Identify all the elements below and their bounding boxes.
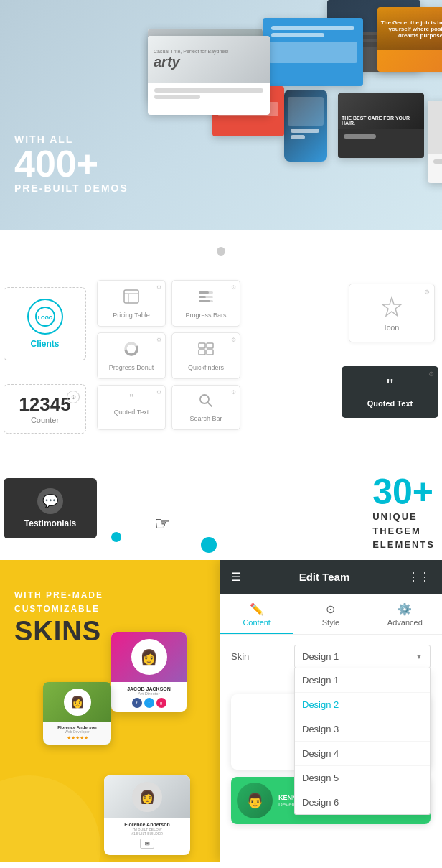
dropdown-menu: Design 1 Design 2 Design 3 Design 4 Desi… <box>294 668 431 815</box>
svg-rect-15 <box>199 350 205 355</box>
tab-content[interactable]: ✏️ Content <box>220 594 293 634</box>
progress-bars-elem: ⚙ Progress Bars <box>171 280 240 327</box>
elements-number: 30+ <box>372 474 435 510</box>
quoted-text-grid-label: Quoted Text <box>103 409 159 416</box>
dropdown-item-design3[interactable]: Design 3 <box>295 717 430 742</box>
dropdown-current-value: Design 1 <box>302 651 339 662</box>
screenshot-hair: THE BEST CARE FOR YOUR HAIR. <box>338 93 424 158</box>
tab-advanced[interactable]: ⚙️ Advanced <box>368 594 442 634</box>
demos-number: 400+ <box>14 145 128 182</box>
style-tab-icon: ⊙ <box>299 602 362 616</box>
progress-bars-label: Progress Bars <box>178 312 234 319</box>
corner-icon-quoted: ⚙ <box>428 370 434 378</box>
team-avatar-pink: 👩 <box>111 632 187 682</box>
quoted-text-grid-elem: ⚙ " Quoted Text <box>97 385 166 430</box>
dropdown-item-design2[interactable]: Design 2 <box>295 693 430 717</box>
panel-menu-icon[interactable]: ☰ <box>231 570 241 584</box>
style-tab-label: Style <box>322 618 339 627</box>
elements-middle-grid: ⚙ Pricing Table ⚙ Progress Bars ⚙ Progre… <box>97 280 240 430</box>
search-bar-icon <box>178 393 234 412</box>
cursor-hand-icon: ☞ <box>154 513 171 535</box>
svg-rect-10 <box>199 300 210 302</box>
kenneth-avatar: 👨 <box>237 783 273 818</box>
icon-card: ⚙ Icon <box>349 284 435 342</box>
demos-text-block: WITH ALL 400+ PRE-BUILT DEMOS <box>14 134 128 194</box>
screenshot-blue <box>263 18 363 86</box>
quickfinders-elem: ⚙ Quickfinders <box>171 332 240 379</box>
panel-header: ☰ Edit Team ⋮⋮ <box>220 560 442 594</box>
quoted-quote-mark: " <box>352 376 428 396</box>
pricing-table-elem: ⚙ Pricing Table <box>97 280 166 327</box>
decorative-dot-gray <box>217 247 225 256</box>
quickfinders-icon <box>178 340 234 361</box>
svg-rect-8 <box>199 296 206 298</box>
skins-title: SKINS <box>14 616 103 647</box>
screenshot-arty: Casual Trite, Perfect for Baydnes! arty <box>148 36 270 115</box>
advanced-tab-label: Advanced <box>387 618 423 627</box>
corner-settings-icon: ⚙ <box>156 284 161 291</box>
panel-grid-icon[interactable]: ⋮⋮ <box>408 570 431 584</box>
corner-settings-icon2: ⚙ <box>231 284 236 291</box>
team-avatar-green: 👩 <box>43 682 111 722</box>
dropdown-button[interactable]: Design 1 ▼ <box>294 645 431 668</box>
screenshot-product: 🧴 <box>428 101 442 183</box>
gap-section <box>0 230 442 273</box>
dropdown-arrow-icon: ▼ <box>415 653 423 661</box>
search-bar-elem: ⚙ Search Bar <box>171 385 240 430</box>
corner-settings-icon5: ⚙ <box>156 389 161 396</box>
screenshot-grid: The Gene: the job is bringing yourself w… <box>141 0 442 201</box>
counter-card: ⚙ 12345 Counter <box>4 384 86 434</box>
pricing-table-label: Pricing Table <box>103 312 159 319</box>
svg-text:LOGO: LOGO <box>37 315 52 320</box>
skin-dropdown[interactable]: Design 1 ▼ Design 1 Design 2 Design 3 De… <box>294 645 431 668</box>
corner-settings-icon6: ⚙ <box>231 389 236 396</box>
icon-card-label: Icon <box>359 323 424 332</box>
dropdown-item-design1[interactable]: Design 1 <box>295 668 430 693</box>
team-avatar-white: 👩 <box>104 775 190 818</box>
corner-icon-right: ⚙ <box>424 289 430 296</box>
screenshot-phone <box>284 90 327 162</box>
testimonials-icon: 💬 <box>37 488 63 514</box>
elements-count-block: 30+ UNIQUE THEGEM ELEMENTS <box>372 474 435 552</box>
team-card-green: 👩 Florence Anderson Web Developer ★★★★★ <box>43 682 111 745</box>
progress-donut-icon <box>103 340 159 361</box>
clients-label: Clients <box>11 339 78 349</box>
clients-card: LOGO Clients <box>4 287 86 360</box>
clients-logo: LOGO <box>27 299 63 335</box>
skins-section: WITH PRE-MADECUSTOMIZABLE SKINS 👩 JACOB … <box>0 560 442 862</box>
counter-label: Counter <box>11 416 78 424</box>
testimonials-card: 💬 Testimonials <box>4 478 97 538</box>
quoted-text-label: Quoted Text <box>352 399 428 408</box>
svg-rect-16 <box>207 350 213 355</box>
dot-blue-left <box>111 532 121 542</box>
team-card-pink: 👩 JACOB JACKSON Art Director f t g <box>111 632 187 712</box>
pre-built-label: PRE-BUILT DEMOS <box>14 182 128 194</box>
dropdown-item-design6[interactable]: Design 6 <box>295 790 430 814</box>
testimonials-label: Testimonials <box>12 518 88 528</box>
tab-style[interactable]: ⊙ Style <box>293 594 367 634</box>
counter-settings-icon: ⚙ <box>67 391 80 403</box>
svg-rect-14 <box>207 343 213 348</box>
yellow-blob <box>0 775 100 862</box>
dropdown-item-design4[interactable]: Design 4 <box>295 742 430 766</box>
skins-text-block: WITH PRE-MADECUSTOMIZABLE SKINS <box>14 589 103 647</box>
icon-star <box>359 294 424 323</box>
corner-settings-icon3: ⚙ <box>156 337 161 343</box>
progress-donut-label: Progress Donut <box>103 364 159 371</box>
with-pre-made-label: WITH PRE-MADECUSTOMIZABLE <box>14 589 103 616</box>
demos-section: The Gene: the job is bringing yourself w… <box>0 0 442 230</box>
dropdown-item-design5[interactable]: Design 5 <box>295 766 430 790</box>
corner-settings-icon4: ⚙ <box>231 337 236 343</box>
panel-body: Skin Design 1 ▼ Design 1 Design 2 Design… <box>220 635 442 687</box>
svg-rect-2 <box>124 290 138 303</box>
skin-row: Skin Design 1 ▼ Design 1 Design 2 Design… <box>231 645 431 668</box>
panel-title: Edit Team <box>241 571 408 583</box>
svg-rect-6 <box>199 291 209 294</box>
search-bar-label: Search Bar <box>178 415 234 422</box>
elements-section: LOGO Clients ⚙ 12345 Counter 💬 Testimoni… <box>0 273 442 560</box>
dot-cyan-mid <box>201 537 217 553</box>
quickfinders-label: Quickfinders <box>178 364 234 371</box>
content-tab-icon: ✏️ <box>225 602 288 616</box>
panel-tabs: ✏️ Content ⊙ Style ⚙️ Advanced <box>220 594 442 635</box>
svg-marker-19 <box>382 297 401 316</box>
